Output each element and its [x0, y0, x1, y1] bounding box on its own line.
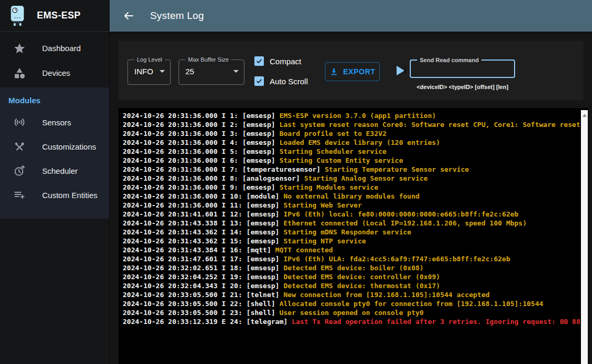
log-line: 2024-10-26 20:32:04.343 I 20: [emsesp] D…	[123, 281, 580, 290]
checkmark-icon	[255, 77, 263, 85]
clock-plus-icon	[13, 164, 26, 177]
sidebar-item-custom-entities[interactable]: Custom Entities	[0, 183, 109, 207]
max-buffer-size-value: 25	[183, 67, 194, 76]
log-line: 2024-10-26 20:33:05.500 I 22: [shell] Al…	[123, 299, 580, 308]
system-log-console: 2024-10-26 20:31:36.000 I 1: [emsesp] EM…	[119, 108, 588, 364]
appbar: System Log	[110, 0, 592, 32]
log-line: 2024-10-26 20:31:43.362 I 14: [emsesp] S…	[123, 228, 580, 237]
auto-scroll-label: Auto Scroll	[270, 77, 308, 86]
chevron-down-icon	[160, 70, 165, 73]
page-title: System Log	[150, 10, 204, 22]
sensor-icon	[13, 116, 26, 129]
auto-scroll-checkbox-row: Auto Scroll	[254, 76, 308, 86]
send-read-command-field: Send Read command	[410, 57, 515, 78]
log-line: 2024-10-26 20:31:43.338 I 13: [emsesp] E…	[123, 219, 580, 228]
sidebar-item-customizations[interactable]: Customizations	[0, 134, 109, 159]
log-lines: 2024-10-26 20:31:36.000 I 1: [emsesp] EM…	[123, 111, 580, 364]
log-line: 2024-10-26 20:31:43.384 I 16: [mqtt] MQT…	[123, 245, 580, 254]
log-line: 2024-10-26 20:31:36.000 I 8: [analogsens…	[123, 174, 580, 183]
sidebar-nav: Dashboard Devices	[0, 32, 109, 85]
log-line: 2024-10-26 20:31:36.000 I 10: [module] N…	[123, 192, 580, 201]
auto-scroll-checkbox[interactable]	[254, 76, 264, 86]
export-button[interactable]: EXPORT	[325, 62, 380, 81]
log-line: 2024-10-26 20:31:36.000 I 11: [emsesp] S…	[123, 201, 580, 210]
log-line: 2024-10-26 20:31:36.000 I 3: [emsesp] Bo…	[123, 129, 580, 138]
log-scrollbar[interactable]	[581, 110, 588, 364]
compact-label: Compact	[270, 57, 301, 66]
sidebar-item-devices[interactable]: Devices	[0, 61, 109, 85]
back-arrow-icon[interactable]	[122, 9, 135, 22]
modules-section-header: Modules	[0, 90, 109, 110]
sidebar-item-dashboard[interactable]: Dashboard	[0, 36, 109, 61]
log-controls-panel: Log Level INFO Max Buffer Size 25 Compac…	[119, 41, 584, 100]
log-line: 2024-10-26 20:33:12.319 E 24: [telegram]…	[123, 317, 580, 326]
sidebar-item-scheduler[interactable]: Scheduler	[0, 159, 109, 183]
nav-item-label: Dashboard	[42, 44, 81, 53]
send-read-command-input[interactable]	[415, 63, 510, 74]
sidebar-modules-section: Modules Sensors Customizations Scheduler…	[0, 87, 109, 219]
send-command-button[interactable]	[397, 66, 406, 75]
modules-nav: Sensors Customizations Scheduler Custom …	[0, 110, 109, 207]
nav-item-label: Customizations	[42, 142, 96, 151]
log-line: 2024-10-26 20:32:02.651 I 18: [emsesp] D…	[123, 263, 580, 272]
boiler-logo-icon	[8, 5, 26, 27]
nav-item-label: Sensors	[42, 118, 71, 127]
log-line: 2024-10-26 20:31:47.601 I 17: [emsesp] I…	[123, 254, 580, 263]
download-icon	[329, 67, 339, 76]
log-line: 2024-10-26 20:31:36.000 I 1: [emsesp] EM…	[123, 111, 580, 120]
checkmark-icon	[255, 57, 263, 65]
send-read-helper-text: <deviceID> <typeID> [offset] [len]	[410, 84, 515, 90]
nav-item-label: Custom Entities	[42, 191, 97, 200]
chevron-down-icon	[233, 70, 239, 73]
send-read-command-label: Send Read command	[417, 57, 481, 63]
nav-item-label: Scheduler	[42, 166, 78, 175]
max-buffer-size-select[interactable]: Max Buffer Size 25	[179, 56, 244, 85]
log-line: 2024-10-26 20:31:36.000 I 5: [emsesp] St…	[123, 147, 580, 156]
star-icon	[13, 42, 26, 55]
log-line: 2024-10-26 20:31:36.000 I 2: [emsesp] La…	[123, 120, 580, 129]
tools-icon	[13, 140, 26, 153]
app-title: EMS-ESP	[37, 10, 81, 21]
log-line: 2024-10-26 20:31:36.000 I 9: [emsesp] St…	[123, 183, 580, 192]
max-buffer-size-label: Max Buffer Size	[185, 56, 231, 63]
log-level-value: INFO	[132, 67, 153, 76]
log-level-select[interactable]: Log Level INFO	[127, 56, 171, 85]
log-line: 2024-10-26 20:31:43.362 I 15: [emsesp] S…	[123, 237, 580, 245]
log-line: 2024-10-26 20:31:36.000 I 6: [emsesp] St…	[123, 156, 580, 165]
sidebar-item-sensors[interactable]: Sensors	[0, 110, 109, 134]
playlist-add-icon	[13, 189, 26, 201]
category-icon	[13, 67, 26, 80]
sidebar-header: EMS-ESP	[0, 0, 109, 32]
log-line: 2024-10-26 20:33:05.500 I 23: [shell] Us…	[123, 308, 580, 317]
log-line: 2024-10-26 20:31:36.000 I 7: [temperatur…	[123, 165, 580, 174]
log-line: 2024-10-26 20:31:36.000 I 4: [emsesp] Lo…	[123, 138, 580, 147]
nav-item-label: Devices	[42, 68, 70, 77]
log-level-label: Log Level	[134, 56, 165, 63]
compact-checkbox[interactable]	[254, 56, 264, 66]
log-line: 2024-10-26 20:33:05.500 I 21: [telnet] N…	[123, 290, 580, 299]
export-button-label: EXPORT	[343, 67, 375, 76]
scroll-up-arrow-icon	[583, 114, 587, 117]
sidebar: EMS-ESP Dashboard Devices Modules Sensor…	[0, 0, 110, 364]
compact-checkbox-row: Compact	[254, 56, 301, 66]
log-line: 2024-10-26 20:32:04.252 I 19: [emsesp] D…	[123, 272, 580, 281]
log-line: 2024-10-26 20:31:41.601 I 12: [emsesp] I…	[123, 210, 580, 219]
